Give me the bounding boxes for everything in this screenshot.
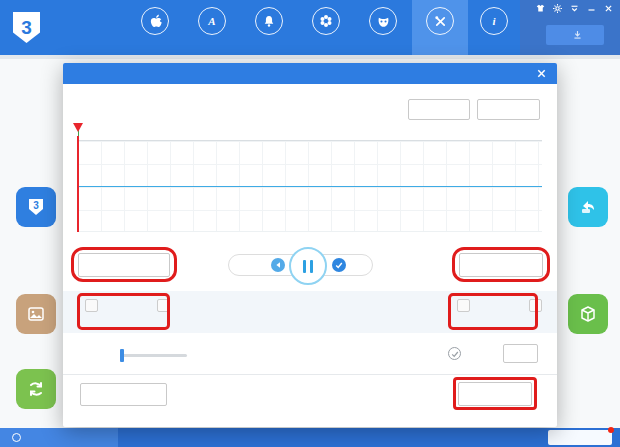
check-update-button[interactable]: [548, 430, 612, 445]
footer-divider: [63, 374, 557, 375]
flower-icon: [312, 7, 340, 35]
bell-icon: [255, 7, 283, 35]
volume-slider[interactable]: [122, 354, 187, 357]
ringtones-count-button[interactable]: [80, 383, 167, 406]
waveform-canvas[interactable]: [78, 140, 542, 232]
update-notification-dot: [608, 427, 614, 433]
svg-text:i: i: [492, 15, 496, 27]
loop-check-icon[interactable]: [332, 258, 346, 272]
downloads-button[interactable]: [546, 25, 604, 45]
time-summary-bar: [63, 291, 557, 333]
fade-in-check-icon[interactable]: [448, 347, 461, 360]
waveform-bars-bottom: [78, 187, 542, 232]
end-time-plus-stepper[interactable]: [529, 299, 542, 312]
compress-photo-tile[interactable]: [16, 294, 56, 334]
svg-text:A: A: [207, 15, 215, 27]
pause-button[interactable]: [289, 247, 327, 285]
title-bar: 3 A i: [0, 0, 620, 55]
svg-text:3: 3: [33, 200, 39, 211]
from-pc-button[interactable]: [408, 99, 470, 120]
dialog-close-icon[interactable]: [536, 68, 547, 79]
restore-data-tile[interactable]: [568, 187, 608, 227]
close-itunes-button[interactable]: [0, 428, 118, 447]
download-arrow-icon: [574, 31, 581, 39]
waveform-time-labels: [78, 126, 542, 140]
waveform[interactable]: [78, 126, 542, 246]
app-logo: 3: [13, 12, 40, 43]
settings-button[interactable]: [503, 344, 538, 363]
apple-icon: [141, 7, 169, 35]
mask-icon: [369, 7, 397, 35]
nav-apps[interactable]: A: [184, 0, 240, 55]
status-bar: [0, 428, 620, 447]
toolbox-icon: [426, 7, 454, 35]
start-time-minus-stepper[interactable]: [85, 299, 98, 312]
minimize-icon[interactable]: [586, 3, 596, 13]
dialog-header[interactable]: [63, 63, 557, 84]
install-3u-tile[interactable]: 3: [16, 187, 56, 227]
volume-slider-handle[interactable]: [120, 349, 124, 362]
collapse-icon[interactable]: [569, 3, 579, 13]
end-time-minus-stepper[interactable]: [457, 299, 470, 312]
set-end-point-button[interactable]: [459, 253, 543, 277]
nav-wallpapers[interactable]: [298, 0, 354, 55]
info-icon: i: [480, 7, 508, 35]
reboot-tile[interactable]: [16, 369, 56, 409]
theme-icon[interactable]: [535, 3, 545, 13]
playhead-handle[interactable]: [73, 123, 83, 132]
window-controls: [535, 3, 613, 13]
settings-gear-icon[interactable]: [552, 3, 562, 13]
make-ringtone-dialog: [63, 63, 557, 427]
nav-ringtones[interactable]: [241, 0, 297, 55]
generate-ringtone-button[interactable]: [458, 382, 532, 406]
apps-icon: A: [198, 7, 226, 35]
start-time-plus-stepper[interactable]: [157, 299, 170, 312]
set-starting-point-button[interactable]: [78, 253, 170, 277]
close-icon[interactable]: [603, 3, 613, 13]
nav-toolbox[interactable]: [412, 0, 468, 55]
from-idevice-button[interactable]: [477, 99, 540, 120]
nav-flashjb[interactable]: [355, 0, 411, 55]
nav-idevice[interactable]: [127, 0, 183, 55]
firmwares-tile[interactable]: [568, 294, 608, 334]
waveform-bars-top: [78, 142, 542, 187]
itunes-circle-icon: [12, 433, 21, 442]
playhead-line[interactable]: [77, 136, 79, 232]
reset-icon[interactable]: [271, 258, 285, 272]
nav-tutorials[interactable]: i: [466, 0, 522, 55]
